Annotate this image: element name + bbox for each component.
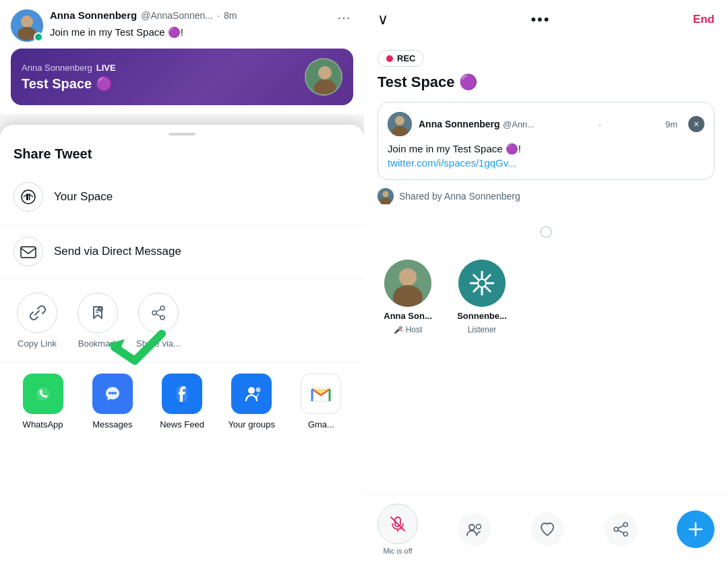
- whatsapp-icon: [23, 374, 63, 414]
- tweet-handle: @AnnaSonnen...: [141, 10, 213, 21]
- gmail-icon: [301, 374, 341, 414]
- news-feed-label: News Feed: [160, 419, 204, 429]
- rec-badge: REC: [377, 50, 424, 67]
- svg-point-31: [383, 191, 389, 198]
- heart-button[interactable]: [530, 512, 564, 546]
- your-space-label: Your Space: [54, 190, 113, 204]
- tweet-card-meta: Anna Sonnenberg @Ann...: [419, 118, 535, 130]
- your-space-option[interactable]: Your Space: [0, 173, 364, 221]
- tweet-avatar-container: [11, 9, 43, 42]
- svg-line-50: [618, 526, 624, 529]
- listener-name: Sonnenbe...: [457, 311, 507, 321]
- copy-link-item[interactable]: Copy Link: [13, 293, 61, 349]
- rec-label: REC: [397, 53, 415, 63]
- tweet-background: Anna Sonnenberg @AnnaSonnen... · 8m Join…: [0, 0, 364, 115]
- svg-point-24: [248, 387, 255, 394]
- tweet-card-text: Join me in my Test Space 🟣! twitter.com/…: [388, 142, 704, 170]
- svg-point-21: [114, 392, 117, 394]
- svg-line-44: [391, 517, 404, 531]
- tweet-card-handle: @Ann...: [503, 119, 535, 129]
- svg-line-51: [618, 531, 624, 533]
- your-groups-label: Your groups: [228, 419, 275, 429]
- svg-point-34: [399, 268, 417, 286]
- mic-off-label: Mic is off: [383, 547, 412, 555]
- space-host: Anna Sonnenberg: [22, 63, 92, 73]
- tweet-card-time: ·: [599, 119, 601, 129]
- people-button[interactable]: [458, 512, 491, 546]
- share-button[interactable]: [604, 512, 638, 546]
- message-icon: [13, 237, 43, 266]
- your-groups-icon: [231, 374, 272, 414]
- space-live-badge: LIVE: [96, 63, 116, 73]
- listener-role-label: Listener: [468, 325, 497, 334]
- left-panel: Anna Sonnenberg @AnnaSonnen... · 8m Join…: [0, 0, 364, 563]
- space-host-avatar: [305, 58, 342, 96]
- tweet-meta: Anna Sonnenberg @AnnaSonnen... · 8m Join…: [50, 9, 328, 39]
- whatsapp-label: WhatsApp: [23, 419, 63, 429]
- mic-button[interactable]: [377, 504, 418, 544]
- svg-point-4: [318, 66, 332, 80]
- right-panel: ∨ ••• End REC Test Space 🟣 Anna Sonnenbe: [364, 0, 728, 563]
- messages-icon: [92, 374, 133, 414]
- space-card[interactable]: Anna Sonnenberg LIVE Test Space 🟣: [11, 49, 353, 105]
- space-card-title: Test Space 🟣: [22, 76, 116, 92]
- tweet-more-button[interactable]: ⋯: [334, 9, 353, 26]
- svg-point-45: [469, 525, 475, 530]
- participant-host[interactable]: Anna Son... 🎤̶ Host: [377, 260, 438, 334]
- gmail-label: Gma...: [308, 419, 334, 429]
- mic-section: Mic is off: [377, 504, 418, 555]
- svg-point-13: [152, 311, 156, 315]
- participant-listener[interactable]: Sonnenbe... Listener: [452, 260, 512, 334]
- tweet-author: Anna Sonnenberg: [50, 9, 137, 21]
- svg-point-19: [109, 392, 111, 394]
- more-options-button[interactable]: •••: [530, 11, 550, 28]
- tweet-time-value: 8m: [224, 10, 237, 21]
- svg-point-47: [624, 523, 628, 527]
- svg-line-16: [156, 314, 160, 317]
- space-header: ∨ ••• End: [364, 0, 728, 39]
- space-icon: [13, 182, 43, 212]
- listener-avatar: [458, 260, 506, 307]
- news-feed-app-item[interactable]: News Feed: [147, 374, 216, 429]
- svg-point-28: [395, 116, 404, 125]
- svg-line-15: [156, 309, 160, 312]
- host-avatar: [384, 260, 431, 307]
- tweet-card-link[interactable]: twitter.com/i/spaces/1gqGv...: [388, 157, 516, 169]
- whatsapp-app-item[interactable]: WhatsApp: [8, 374, 78, 429]
- shared-by-text: Shared by Anna Sonnenberg: [399, 191, 520, 202]
- space-bottom-controls: Mic is off: [364, 495, 728, 563]
- svg-rect-10: [21, 247, 36, 258]
- svg-point-46: [476, 525, 481, 529]
- copy-link-icon: [17, 293, 57, 333]
- svg-point-1: [21, 16, 33, 28]
- end-button[interactable]: End: [693, 13, 715, 26]
- svg-point-49: [624, 532, 628, 536]
- participants-row: Anna Son... 🎤̶ Host: [377, 260, 715, 334]
- host-name: Anna Son...: [384, 311, 432, 321]
- tweet-card-avatar: [388, 112, 412, 136]
- host-role-label: Host: [406, 325, 423, 334]
- svg-point-20: [111, 392, 114, 394]
- host-role: 🎤̶ Host: [394, 325, 423, 334]
- direct-message-option[interactable]: Send via Direct Message: [0, 227, 364, 276]
- loading-indicator: [540, 226, 552, 238]
- svg-point-12: [160, 306, 164, 310]
- tweet-card-time-value: 9m: [665, 119, 677, 129]
- tweet-card-close-button[interactable]: ×: [688, 116, 704, 132]
- participants-section: Anna Son... 🎤̶ Host: [377, 260, 715, 334]
- tweet-card-author: Anna Sonnenberg: [419, 119, 500, 129]
- svg-point-25: [256, 388, 261, 392]
- space-content: REC Test Space 🟣 Anna Sonnenberg @Ann...…: [364, 39, 728, 495]
- gmail-app-item[interactable]: Gma...: [286, 374, 356, 429]
- svg-point-5: [314, 80, 336, 96]
- compose-button[interactable]: [677, 510, 715, 548]
- chevron-down-icon[interactable]: ∨: [377, 11, 388, 28]
- share-bottom-sheet: Share Tweet Your Space: [0, 125, 364, 563]
- divider-1: [0, 224, 364, 225]
- space-title: Test Space 🟣: [377, 73, 715, 91]
- share-icons-row: Copy Link Bookmark: [0, 282, 364, 359]
- messages-app-item[interactable]: Messages: [78, 374, 147, 429]
- your-groups-app-item[interactable]: Your groups: [217, 374, 286, 429]
- svg-point-48: [614, 527, 618, 531]
- svg-point-14: [160, 316, 164, 320]
